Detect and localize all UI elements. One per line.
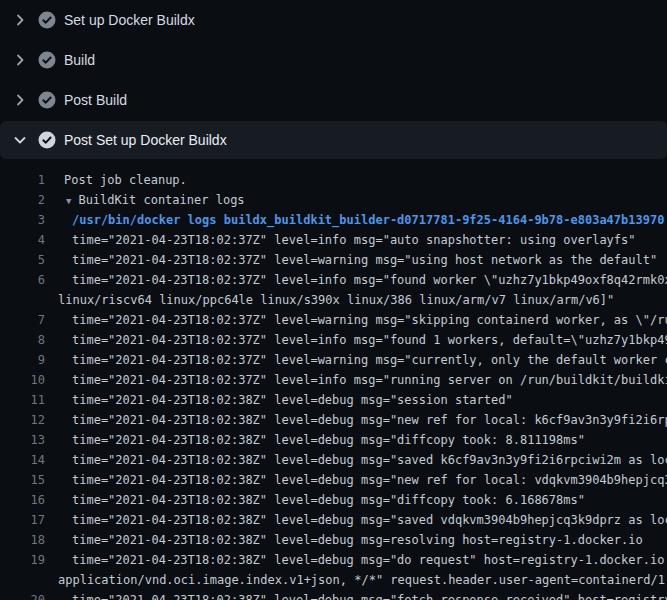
log-text: time="2021-04-23T18:02:37Z" level=info m… [72, 270, 667, 290]
group-collapse-toggle-icon[interactable]: ▼ [66, 196, 71, 206]
log-line: 19time="2021-04-23T18:02:38Z" level=debu… [0, 550, 667, 570]
step-header-build[interactable]: Build [0, 40, 667, 80]
step-header-set-up-docker-buildx[interactable]: Set up Docker Buildx [0, 0, 667, 40]
log-line: 16time="2021-04-23T18:02:38Z" level=debu… [0, 490, 667, 510]
step-name: Set up Docker Buildx [64, 12, 195, 28]
log-line: 6time="2021-04-23T18:02:37Z" level=info … [0, 270, 667, 290]
log-text: time="2021-04-23T18:02:37Z" level=info m… [72, 370, 667, 390]
log-text: time="2021-04-23T18:02:38Z" level=debug … [72, 590, 667, 600]
log-line: 18time="2021-04-23T18:02:38Z" level=debu… [0, 530, 667, 550]
step-name: Build [64, 52, 95, 68]
step-header-post-build[interactable]: Post Build [0, 80, 667, 120]
step-header-post-set-up-docker-buildx[interactable]: Post Set up Docker Buildx [0, 121, 667, 159]
log-line: 12time="2021-04-23T18:02:38Z" level=debu… [0, 410, 667, 430]
line-number[interactable]: 13 [0, 430, 45, 450]
log-line: 20time="2021-04-23T18:02:38Z" level=debu… [0, 590, 667, 600]
log-line: 17time="2021-04-23T18:02:38Z" level=debu… [0, 510, 667, 530]
log-line: 10time="2021-04-23T18:02:37Z" level=info… [0, 370, 667, 390]
log-command-text: /usr/bin/docker logs buildx_buildkit_bui… [72, 210, 664, 230]
chevron-down-icon[interactable] [12, 132, 28, 148]
log-text: time="2021-04-23T18:02:38Z" level=debug … [72, 450, 667, 470]
log-line: 9time="2021-04-23T18:02:37Z" level=warni… [0, 350, 667, 370]
line-number[interactable]: 12 [0, 410, 45, 430]
log-text: time="2021-04-23T18:02:37Z" level=warnin… [72, 250, 657, 270]
line-number[interactable]: 7 [0, 310, 45, 330]
line-number[interactable]: 20 [0, 590, 45, 600]
log-text: time="2021-04-23T18:02:38Z" level=debug … [72, 390, 513, 410]
line-number[interactable]: 11 [0, 390, 45, 410]
log-line: 15time="2021-04-23T18:02:38Z" level=debu… [0, 470, 667, 490]
line-number[interactable]: 5 [0, 250, 45, 270]
log-line: 2▼BuildKit container logs [0, 190, 667, 210]
line-number[interactable]: 15 [0, 470, 45, 490]
steps-list: Set up Docker BuildxBuildPost BuildPost … [0, 0, 667, 159]
log-text: ▼BuildKit container logs [66, 190, 245, 210]
log-text: linux/riscv64 linux/ppc64le linux/s390x … [58, 290, 614, 310]
check-circle-icon [38, 51, 56, 69]
check-circle-icon [38, 131, 56, 149]
log-section: 1Post job cleanup.2▼BuildKit container l… [0, 160, 667, 600]
log-line: 1Post job cleanup. [0, 170, 667, 190]
line-number[interactable]: 10 [0, 370, 45, 390]
log-text: time="2021-04-23T18:02:38Z" level=debug … [72, 510, 667, 530]
chevron-right-icon[interactable] [12, 92, 28, 108]
line-number[interactable]: 18 [0, 530, 45, 550]
log-text: Post job cleanup. [64, 170, 187, 190]
log-text: time="2021-04-23T18:02:38Z" level=debug … [72, 410, 667, 430]
log-text: time="2021-04-23T18:02:37Z" level=info m… [72, 230, 636, 250]
line-number[interactable]: 19 [0, 550, 45, 570]
line-number[interactable]: 9 [0, 350, 45, 370]
check-circle-icon [38, 91, 56, 109]
chevron-right-icon[interactable] [12, 12, 28, 28]
log-line-continuation: application/vnd.oci.image.index.v1+json,… [0, 570, 667, 590]
log-line: 8time="2021-04-23T18:02:37Z" level=info … [0, 330, 667, 350]
line-number[interactable]: 8 [0, 330, 45, 350]
step-name: Post Set up Docker Buildx [64, 132, 227, 148]
log-text: application/vnd.oci.image.index.v1+json,… [58, 570, 667, 590]
log-text: time="2021-04-23T18:02:38Z" level=debug … [72, 550, 667, 570]
workflow-log-viewer: Set up Docker BuildxBuildPost BuildPost … [0, 0, 667, 600]
log-line: 11time="2021-04-23T18:02:38Z" level=debu… [0, 390, 667, 410]
line-number[interactable]: 6 [0, 270, 45, 290]
group-title[interactable]: BuildKit container logs [78, 193, 244, 207]
log-line: 13time="2021-04-23T18:02:38Z" level=debu… [0, 430, 667, 450]
line-number[interactable]: 14 [0, 450, 45, 470]
line-number[interactable]: 2 [0, 190, 45, 210]
log-line: 3/usr/bin/docker logs buildx_buildkit_bu… [0, 210, 667, 230]
log-text: time="2021-04-23T18:02:37Z" level=warnin… [72, 350, 667, 370]
log-text: time="2021-04-23T18:02:37Z" level=warnin… [72, 310, 667, 330]
check-circle-icon [38, 11, 56, 29]
line-number[interactable]: 3 [0, 210, 45, 230]
log-line: 7time="2021-04-23T18:02:37Z" level=warni… [0, 310, 667, 330]
log-line: 14time="2021-04-23T18:02:38Z" level=debu… [0, 450, 667, 470]
log-text: time="2021-04-23T18:02:37Z" level=info m… [72, 330, 667, 350]
log-line: 4time="2021-04-23T18:02:37Z" level=info … [0, 230, 667, 250]
line-number[interactable]: 1 [0, 170, 45, 190]
log-text: time="2021-04-23T18:02:38Z" level=debug … [72, 530, 643, 550]
log-line-continuation: linux/riscv64 linux/ppc64le linux/s390x … [0, 290, 667, 310]
line-number[interactable]: 16 [0, 490, 45, 510]
chevron-right-icon[interactable] [12, 52, 28, 68]
line-number[interactable]: 17 [0, 510, 45, 530]
log-text: time="2021-04-23T18:02:38Z" level=debug … [72, 470, 667, 490]
line-number[interactable]: 4 [0, 230, 45, 250]
log-text: time="2021-04-23T18:02:38Z" level=debug … [72, 490, 585, 510]
step-name: Post Build [64, 92, 127, 108]
log-text: time="2021-04-23T18:02:38Z" level=debug … [72, 430, 585, 450]
log-line: 5time="2021-04-23T18:02:37Z" level=warni… [0, 250, 667, 270]
